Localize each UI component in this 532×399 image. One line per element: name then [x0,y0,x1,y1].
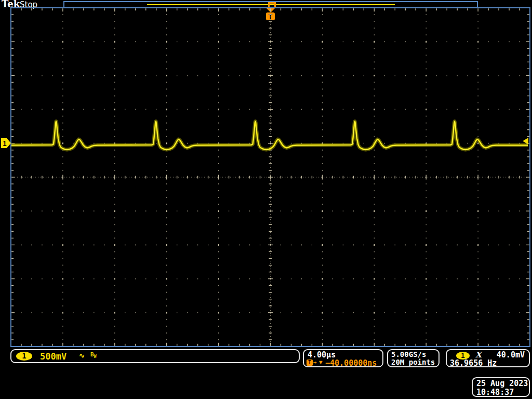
trigger-frequency-value: 36.9656 Hz [450,358,497,368]
bw-letter: B [90,351,94,358]
bandwidth-limit-icon: BW [90,351,96,359]
bw-sub-letter: W [94,354,97,359]
trigger-mini-badge: T [307,360,313,366]
acquisition-readout-box[interactable]: 5.00GS/s 20M points [387,349,440,367]
waveform-trace [11,122,528,150]
slope-down-icon: ▼ [319,359,323,366]
trigger-readout-box[interactable]: 1 X 40.0mV 36.9656 Hz [446,349,530,367]
arrow-right-icon: → [313,359,317,366]
time-value: 10:48:37 [476,388,514,397]
trigger-level-value: 40.0mV [497,350,525,360]
horizontal-readout-box[interactable]: 4.00µs T → ▼ −40.00000ns [303,349,383,367]
date-value: 25 Aug 2023 [476,379,528,388]
channel1-readout-box[interactable]: 1 500mV ∿ BW [10,349,300,363]
channel1-vertical-scale: 500mV [40,351,66,362]
sample-rate-value: 5.00GS/s [391,350,426,358]
record-length-value: 20M points [391,358,435,366]
channel1-position-tag-label: 1 [3,140,7,148]
trigger-delay-value: −40.00000ns [325,358,377,368]
datetime-box: 25 Aug 2023 10:48:37 [472,377,530,397]
ac-coupling-icon: ∿ [79,352,85,360]
channel1-badge: 1 [16,352,32,361]
graticule-and-waveform: 1 [0,0,532,399]
oscilloscope-screen: Tek Stop T 1 1 500mV ∿ BW 4.00µs T → ▼ −… [0,0,532,399]
